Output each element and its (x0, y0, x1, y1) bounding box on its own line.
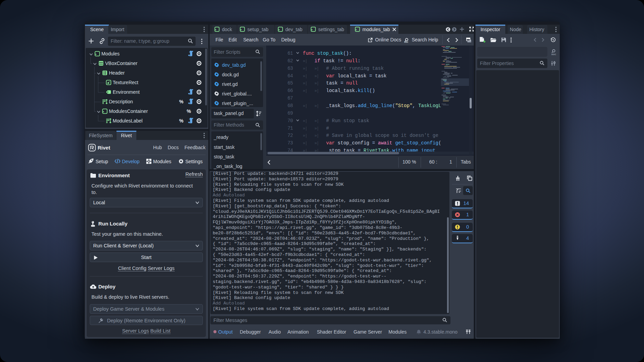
svg-text:DOC: DOC (404, 41, 408, 43)
svg-text:DOC: DOC (552, 53, 556, 55)
